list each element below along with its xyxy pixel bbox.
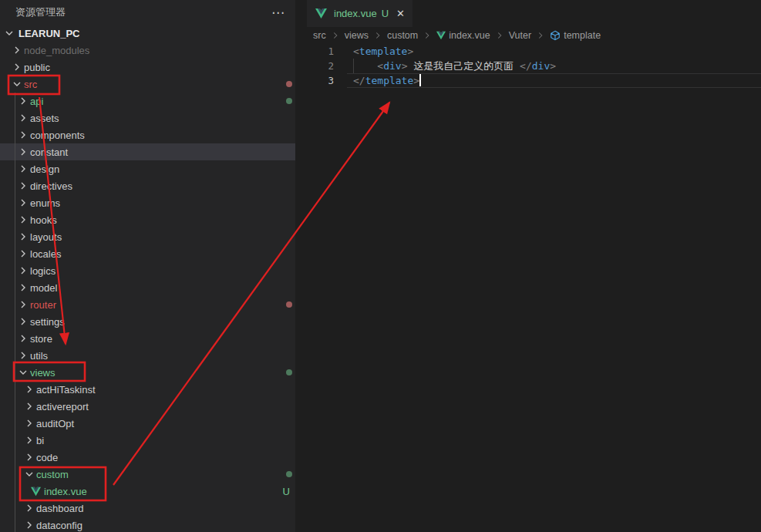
chevron-right-icon [23,383,35,396]
more-actions-icon[interactable]: ⋯ [265,6,291,19]
breadcrumb-label: template [564,30,601,41]
tree-item-label: activereport [36,401,89,412]
chevron-right-icon [17,264,29,277]
tree-item-bi[interactable]: bi [0,432,295,449]
tree-item-label: custom [36,469,69,480]
breadcrumb-label: Vuter [509,30,531,41]
breadcrumb-label: views [345,30,369,41]
tree-item-label: constant [30,146,68,158]
breadcrumb-item-index-vue[interactable]: index.vue [436,30,490,41]
tab-index-vue[interactable]: index.vue U ✕ [307,0,412,27]
vue-file-icon [436,31,446,40]
tree-item-locales[interactable]: locales [0,245,295,262]
chevron-right-icon [23,519,35,531]
tree-item-hooks[interactable]: hooks [0,211,295,228]
chevron-right-icon [17,197,29,209]
chevron-right-icon [17,315,29,328]
tree-item-utils[interactable]: utils [0,347,295,364]
git-status-dot [286,301,292,308]
tree-item-label: views [30,367,56,379]
tree-item-index-vue[interactable]: index.vueU [0,483,295,500]
tree-item-code[interactable]: code [0,449,295,466]
code-editor[interactable]: 1<template>2 <div> 这是我自己定义的页面 </div>3</t… [295,44,761,88]
code-line-1[interactable]: 1<template> [295,44,761,59]
tree-item-directives[interactable]: directives [0,177,295,194]
breadcrumb-label: index.vue [449,30,490,41]
tree-item-label: bi [36,435,44,446]
explorer-sidebar: 资源管理器 ⋯ LEARUN_PC node_modulespublicsrca… [0,0,295,532]
tree-item-model[interactable]: model [0,279,295,296]
tree-item-public[interactable]: public [0,59,295,76]
chevron-right-icon [17,129,29,141]
breadcrumb-item-template[interactable]: template [550,30,601,41]
tree-item-auditOpt[interactable]: auditOpt [0,415,295,432]
tree-item-label: locales [30,248,61,260]
tree-item-dataconfig[interactable]: dataconfig [0,517,295,532]
tree-item-actHiTaskinst[interactable]: actHiTaskinst [0,381,295,398]
breadcrumb-item-src[interactable]: src [313,30,326,41]
tree-item-label: auditOpt [36,418,74,429]
tab-strip: index.vue U ✕ [295,0,761,27]
tree-item-constant[interactable]: constant [0,143,295,160]
breadcrumb-item-custom[interactable]: custom [387,30,418,41]
chevron-right-icon [17,95,29,107]
tree-item-label: actHiTaskinst [36,384,96,396]
breadcrumb-item-views[interactable]: views [345,30,369,41]
project-root-row[interactable]: LEARUN_PC [0,25,295,42]
chevron-right-icon [23,451,35,463]
chevron-right-icon [17,112,29,124]
tree-item-layouts[interactable]: layouts [0,228,295,245]
git-status-dot [286,471,292,477]
tree-item-store[interactable]: store [0,330,295,347]
tree-item-settings[interactable]: settings [0,313,295,330]
line-number: 1 [295,44,334,59]
tree-item-components[interactable]: components [0,126,295,143]
tree-item-label: dashboard [36,503,83,514]
tree-item-label: dataconfig [36,520,82,531]
chevron-right-icon [422,30,433,41]
tree-item-activereport[interactable]: activereport [0,398,295,415]
chevron-right-icon [17,247,29,260]
code-line-2[interactable]: 2 <div> 这是我自己定义的页面 </div> [295,59,761,73]
tree-item-label: settings [30,316,65,328]
vue-file-icon [29,485,42,497]
tree-item-label: utils [30,350,48,362]
tree-item-label: components [30,130,85,141]
explorer-header: 资源管理器 ⋯ [0,0,295,25]
tree-item-api[interactable]: api [0,93,295,109]
tree-item-dashboard[interactable]: dashboard [0,500,295,517]
tree-item-label: code [36,452,58,463]
tree-item-label: layouts [30,231,62,243]
tree-item-views[interactable]: views [0,364,295,381]
tree-item-assets[interactable]: assets [0,109,295,126]
chevron-right-icon [330,30,341,41]
tree-item-label: api [30,96,43,107]
chevron-right-icon [17,146,29,158]
tree-item-custom[interactable]: custom [0,466,295,483]
chevron-right-icon [23,417,35,429]
tree-item-src[interactable]: src [0,76,295,93]
tree-item-label: model [30,282,57,294]
file-tree: node_modulespublicsrcapiassetscomponents… [0,42,295,532]
breadcrumb-item-Vuter[interactable]: Vuter [509,30,531,41]
tree-item-router[interactable]: router [0,296,295,313]
git-status-dot [286,81,292,87]
chevron-right-icon [17,163,29,175]
chevron-right-icon [11,61,23,73]
tree-item-label: directives [30,180,72,192]
tree-item-design[interactable]: design [0,160,295,177]
tree-item-label: assets [30,113,59,124]
chevron-right-icon [372,30,383,41]
chevron-right-icon [11,44,23,56]
tree-item-logics[interactable]: logics [0,262,295,279]
close-icon[interactable]: ✕ [396,8,405,19]
project-name: LEARUN_PC [19,28,79,39]
tab-label: index.vue [334,8,377,19]
tree-item-node_modules[interactable]: node_modules [0,42,295,59]
chevron-right-icon [535,30,546,41]
tree-item-enums[interactable]: enums [0,194,295,211]
tree-item-label: public [24,62,50,73]
git-status-dot [286,369,292,375]
code-line-3[interactable]: 3</template> [295,73,761,88]
chevron-down-icon [11,78,23,90]
